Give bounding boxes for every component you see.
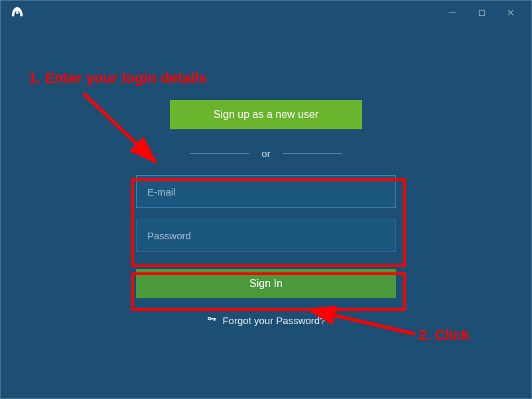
forgot-password-label: Forgot your Password? [222,315,325,326]
divider-label: or [261,148,270,159]
login-panel: Sign up as a new user or Sign In Forgot … [1,1,531,398]
forgot-password-link[interactable]: Forgot your Password? [206,314,325,327]
divider-line [190,153,249,154]
email-field[interactable] [136,175,396,208]
divider-line [283,153,342,154]
signup-button[interactable]: Sign up as a new user [170,100,362,129]
password-field[interactable] [136,219,396,252]
key-icon [206,314,217,327]
divider: or [190,148,342,159]
signin-button[interactable]: Sign In [136,269,396,298]
